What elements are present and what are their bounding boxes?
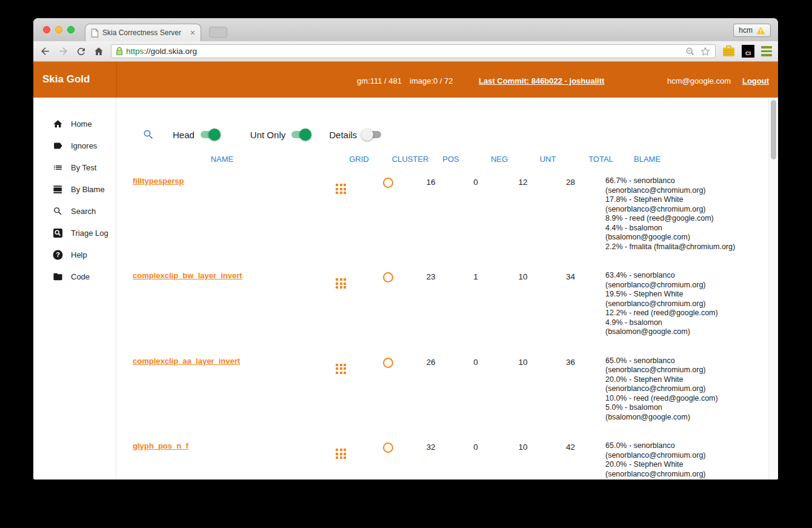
table-row: glyph_pos_n_f 32 0 10 42 65.0% - senorbl… [116,433,768,480]
view-day-icon [53,184,63,195]
cluster-view-icon[interactable] [383,178,393,188]
table-row: complexclip_bw_layer_invert 23 1 10 34 6… [116,262,768,348]
profile-button[interactable]: hcm [733,24,771,37]
col-header-cluster[interactable]: CLUSTER [386,155,434,164]
sidebar-item-label: Ignores [71,141,97,150]
sidebar-item-by-test[interactable]: By Test [33,156,116,178]
minimize-window-button[interactable] [55,26,62,33]
image-count: image:0 / 72 [410,76,453,85]
blame-line: (bsalomon@google.com) [605,233,768,242]
chrome-menu-icon[interactable] [761,46,772,56]
blame-list: 66.7% - senorblanco (senorblanco@chromiu… [597,176,768,252]
details-toggle-group: Details [329,129,383,141]
header-divider [116,62,117,98]
col-header-grid[interactable]: GRID [336,155,382,164]
back-arrow-icon [39,45,51,57]
unt-count: 10 [502,441,544,452]
scrollbar-thumb[interactable] [771,100,776,159]
col-header-name[interactable]: NAME [121,155,323,164]
col-header-blame[interactable]: BLAME [597,155,768,164]
tab-close-icon[interactable]: × [190,28,195,37]
zoom-out-icon[interactable] [685,47,695,56]
unt-only-toggle-group: Unt Only [250,129,311,141]
logout-link[interactable]: Logout [742,76,769,85]
test-name-link[interactable]: complexclip_bw_layer_invert [133,271,242,280]
neg-count: 0 [450,176,502,187]
cluster-view-icon[interactable] [383,358,393,368]
grid-view-icon[interactable] [336,278,346,289]
sidebar-item-search[interactable]: Search [33,200,116,222]
col-header-pos[interactable]: POS [432,155,470,164]
forward-button[interactable] [58,45,69,57]
background-tab-stub[interactable] [209,27,227,38]
traffic-lights [43,26,75,33]
search-expand-button[interactable] [142,129,155,141]
sidebar-item-code[interactable]: Code [33,266,116,287]
test-name-link[interactable]: glyph_pos_n_f [133,441,188,450]
blame-line: 12.2% - reed (reed@google.com) [605,309,768,318]
neg-count: 0 [450,356,502,367]
unt-count: 12 [502,176,544,187]
toolbar: Head Unt Only Details [142,124,383,145]
test-name-link[interactable]: complexclip_aa_layer_invert [133,356,240,366]
forward-arrow-icon [58,45,69,57]
grid-view-icon[interactable] [336,184,346,194]
briefcase-icon [722,45,735,57]
back-button[interactable] [39,45,51,57]
blame-line: 17.8% - Stephen White [605,195,768,205]
blame-line: 65.0% - senorblanco [605,441,768,451]
sidebar-item-triage-log[interactable]: Triage Log [33,222,116,244]
blame-line: 8.9% - reed (reed@google.com) [605,214,768,224]
browser-tab[interactable]: Skia Correctness Server × [85,24,201,41]
url-text: https://gold.skia.org [126,47,682,56]
pos-count: 32 [412,441,450,452]
zoom-window-button[interactable] [67,26,75,33]
sidebar-item-ignores[interactable]: Ignores [33,135,116,156]
col-header-unt[interactable]: UNT [527,155,569,164]
sidebar-item-label: Triage Log [71,229,108,238]
sidebar-item-by-blame[interactable]: By Blame [33,178,116,200]
bookmark-star-icon[interactable] [700,46,711,57]
table-row: filltypespersp 16 0 12 28 66.7% - senorb… [116,168,768,262]
reload-button[interactable] [76,46,87,57]
blame-line: 10.0% - reed (reed@google.com) [605,394,768,404]
blame-line: 2.2% - fmalita (fmalita@chromium.org) [605,242,768,252]
sidebar-item-home[interactable]: Home [33,113,116,135]
home-button[interactable] [93,46,104,57]
head-toggle-group: Head [173,129,221,141]
total-count: 36 [544,356,597,367]
pos-count: 16 [412,176,450,187]
user-email: hcm@google.com [667,76,731,85]
unt-count: 10 [502,356,544,367]
label-icon [53,141,63,151]
blame-line: (senorblanco@chromium.org) [605,299,768,309]
sidebar-item-label: By Blame [71,185,105,194]
col-header-neg[interactable]: NEG [473,155,525,164]
svg-text:?: ? [56,251,60,258]
blame-line: 19.5% - Stephen White [605,290,768,299]
browser-window: Skia Correctness Server × hcm [33,18,778,480]
blame-line: 20.0% - Stephen White [605,375,768,385]
blame-line: 10.0% - reed (reed@google.com) [605,479,768,480]
grid-view-icon[interactable] [336,364,346,374]
page-scrollbar [768,98,778,480]
test-name-link[interactable]: filltypespersp [133,176,184,185]
blame-line: 63.4% - senorblanco [605,271,768,281]
unt-only-toggle[interactable] [290,129,311,141]
total-count: 28 [544,176,597,187]
url-bar[interactable]: https://gold.skia.org [111,44,716,58]
close-window-button[interactable] [43,26,50,33]
cluster-view-icon[interactable] [383,272,393,282]
last-commit-link[interactable]: Last Commit: 846b022 - joshualitt [479,76,604,85]
profile-label: hcm [739,26,753,35]
extension-briefcase-button[interactable] [722,45,735,57]
head-toggle[interactable] [199,129,221,141]
cluster-view-icon[interactable] [383,443,393,453]
grid-view-icon[interactable] [336,449,346,459]
table-header-row: NAME GRID CLUSTER POS NEG UNT TOTAL BLAM… [116,155,768,168]
sidebar-item-label: By Test [71,163,96,172]
sidebar-item-help[interactable]: ? Help [33,244,116,266]
details-toggle[interactable] [361,129,383,141]
extension-ci-button[interactable]: CI [742,45,754,58]
blame-list: 65.0% - senorblanco (senorblanco@chromiu… [597,356,768,423]
